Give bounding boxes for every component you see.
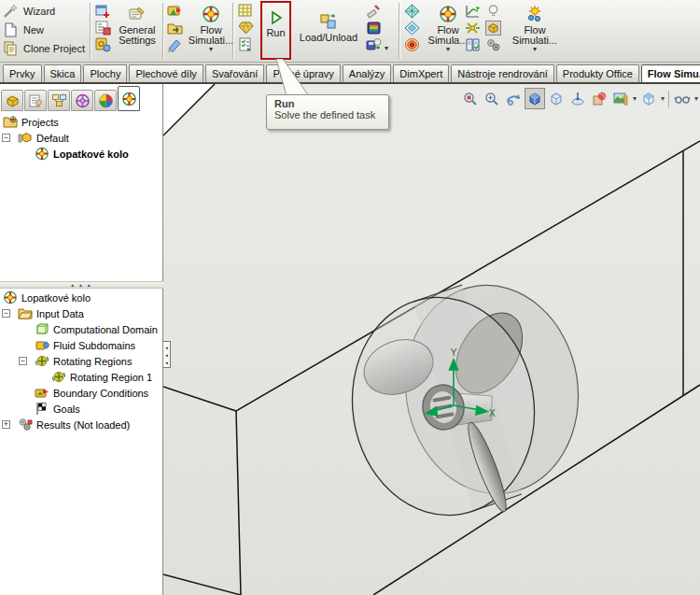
new-button[interactable]: New	[0, 21, 85, 39]
tooltip-text: Solve the defined task	[274, 109, 381, 120]
panel-tab-display-manager[interactable]	[94, 90, 117, 111]
tree-item-fluid-subdomains[interactable]: Fluid Subdomains	[0, 337, 163, 353]
tab-plechov-d-ly[interactable]: Plechové díly	[129, 64, 203, 82]
load-unload-button[interactable]: Load/Unload	[294, 1, 363, 61]
tree-item-projects[interactable]: Projects	[0, 114, 163, 130]
export-folder-icon[interactable]	[167, 21, 183, 35]
tree-item-label: Input Data	[36, 308, 84, 319]
tab-produkty-office[interactable]: Produkty Office	[556, 64, 639, 82]
axis-x-label: X	[489, 408, 496, 418]
general-settings-button[interactable]: GeneralSettings	[113, 1, 161, 61]
dropdown-caret[interactable]: ▾	[186, 46, 236, 53]
tab-plochy[interactable]: Plochy	[83, 64, 127, 82]
flag-plate-icon[interactable]	[167, 4, 183, 19]
tree-expander[interactable]: +	[2, 420, 10, 429]
panel-splitter[interactable]: ▴ ▴ ▴	[0, 281, 163, 289]
wireframe-cube-icon	[548, 91, 565, 107]
rainbow-disk-icon[interactable]	[366, 21, 382, 35]
dropdown-caret[interactable]: ▾	[694, 95, 698, 103]
contour-rings-icon[interactable]	[404, 37, 420, 52]
tree-item-rotating-region-1[interactable]: Rotating Region 1	[0, 369, 163, 385]
shaded-cube-button[interactable]	[525, 88, 545, 109]
zoom-fit-button[interactable]	[460, 88, 481, 109]
checklist-icon[interactable]	[238, 37, 254, 52]
tab-n-stroje-rendrov-n-[interactable]: Nástroje rendrování	[451, 64, 554, 82]
eraser-icon[interactable]	[366, 4, 382, 19]
glasses-button[interactable]	[672, 88, 693, 109]
flow-simulation-menu-button-3[interactable]: FlowSimulati... ▾	[507, 1, 563, 61]
window-plus-icon[interactable]	[95, 4, 111, 19]
panel-tab-property-manager[interactable]	[24, 90, 47, 111]
lightbulb-icon[interactable]	[485, 4, 501, 19]
commandmanager-tabs: PrvkySkicaPlochyPlechové dílySvařováníPř…	[3, 64, 700, 82]
tree-item-computational-domain[interactable]: Computational Domain	[0, 321, 163, 337]
wizard-button[interactable]: Wizard	[0, 2, 85, 21]
tree-item-input-data[interactable]: −Input Data	[0, 305, 163, 321]
zoom-area-button[interactable]	[482, 88, 502, 109]
tree-item-results-not-loaded-[interactable]: +Results (Not loaded)	[0, 417, 163, 432]
part-button-icon[interactable]	[485, 21, 501, 35]
flow-simulation-menu-button-1[interactable]: FlowSimulati... ▾	[186, 1, 236, 61]
feature-manager-panel: Projects−DefaultLopatkové kolo ▴ ▴ ▴ Lop…	[0, 84, 163, 595]
report-book-icon[interactable]	[465, 37, 481, 52]
tree-item-lopatkov-kolo[interactable]: Lopatkové kolo	[0, 146, 163, 162]
mesh-diamond2-icon[interactable]	[404, 21, 420, 35]
view-orientation-button[interactable]	[638, 88, 659, 109]
fluid-subdomains-icon	[35, 338, 49, 352]
gem-icon[interactable]	[238, 21, 254, 35]
view-orientation-icon	[640, 91, 657, 107]
flow-flower-icon	[439, 5, 457, 23]
rotate-view-icon	[505, 91, 522, 107]
results-icon	[18, 418, 33, 432]
wireframe-cube-button[interactable]	[546, 88, 567, 109]
tooltip-pointer	[269, 59, 314, 96]
dimxpert-manager-icon	[75, 93, 91, 108]
component-tree-icon[interactable]	[95, 21, 111, 35]
tab-sva-ov-n-[interactable]: Svařování	[205, 64, 265, 82]
model-view: Y X	[163, 84, 700, 595]
clone-project-button[interactable]: Clone Project	[0, 39, 85, 58]
dropdown-caret[interactable]: ▾	[661, 95, 665, 103]
safe-icon[interactable]	[95, 37, 111, 52]
flow-flower-icon	[202, 5, 220, 23]
mesh-diamond-icon[interactable]	[404, 4, 420, 19]
rotate-view-button[interactable]	[503, 88, 524, 109]
chart-arrow-icon[interactable]	[465, 4, 481, 19]
tree-item-lopatkov-kolo[interactable]: Lopatkové kolo	[0, 290, 163, 305]
dropdown-caret[interactable]: ▾	[507, 46, 563, 53]
tree-item-boundary-conditions[interactable]: Boundary Conditions	[0, 385, 163, 401]
tab-prvky[interactable]: Prvky	[3, 64, 42, 82]
dropdown-caret[interactable]: ▾	[385, 45, 388, 52]
panel-tab-feature-manager[interactable]	[1, 90, 23, 111]
panel-tab-strip	[1, 86, 141, 111]
panel-collapse-handle[interactable]: ◂◂◂	[163, 341, 171, 368]
scene-button[interactable]	[610, 88, 631, 109]
tree-expander[interactable]: −	[2, 309, 10, 318]
tree-expander[interactable]: −	[2, 134, 10, 142]
graphics-area[interactable]: Y X ▾▾▾	[163, 84, 700, 595]
tab-dimxpert[interactable]: DimXpert	[393, 64, 449, 82]
flow-simulation-menu-label-1: FlowSimulati...	[186, 25, 236, 46]
save-results-icon[interactable]	[366, 37, 382, 52]
section-x-icon[interactable]	[465, 21, 481, 35]
clone-project-label: Clone Project	[23, 43, 85, 54]
section-view-button[interactable]	[567, 88, 588, 109]
panel-tab-configuration-manager[interactable]	[48, 90, 70, 111]
appearances-button[interactable]	[589, 88, 609, 109]
dropdown-caret[interactable]: ▾	[633, 95, 637, 103]
panel-tab-flow-simulation-tree[interactable]	[118, 86, 140, 111]
paint-icon[interactable]	[167, 37, 183, 52]
panel-tab-dimxpert-manager[interactable]	[71, 90, 93, 111]
tree-item-default[interactable]: −Default	[0, 130, 163, 146]
grid-window-icon[interactable]	[238, 4, 254, 19]
flow-simulation-toolbar: Wizard New Clone Project GeneralSettings…	[0, 0, 700, 63]
tree-item-rotating-regions[interactable]: −Rotating Regions	[0, 353, 163, 369]
tab-skica[interactable]: Skica	[44, 64, 82, 82]
tab-anal-zy[interactable]: Analýzy	[343, 64, 392, 82]
tree-item-label: Rotating Region 1	[70, 372, 152, 383]
gears-icon[interactable]	[485, 37, 501, 52]
tree-expander[interactable]: −	[19, 357, 27, 365]
tab-flow-simu-[interactable]: Flow Simu...	[641, 64, 700, 82]
tree-item-goals[interactable]: Goals	[0, 401, 163, 417]
zoom-area-icon	[483, 91, 500, 107]
